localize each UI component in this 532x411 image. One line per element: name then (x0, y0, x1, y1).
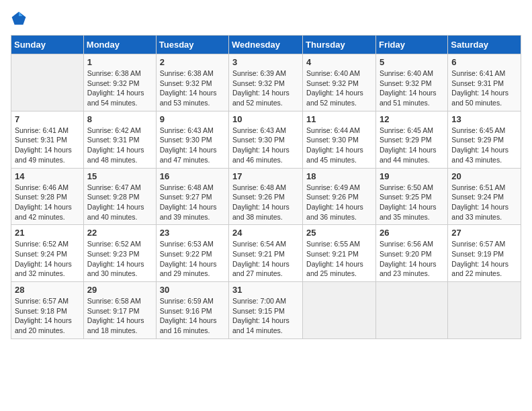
day-info: Sunrise: 6:44 AMSunset: 9:30 PMDaylight:… (306, 126, 372, 165)
day-info: Sunrise: 6:48 AMSunset: 9:26 PMDaylight:… (232, 183, 299, 222)
day-number: 16 (160, 171, 225, 181)
calendar-cell: 22Sunrise: 6:52 AMSunset: 9:23 PMDayligh… (83, 225, 156, 282)
day-number: 14 (15, 171, 80, 181)
day-info: Sunrise: 6:53 AMSunset: 9:22 PMDaylight:… (160, 239, 225, 279)
day-info: Sunrise: 6:52 AMSunset: 9:24 PMDaylight:… (15, 239, 80, 279)
calendar-cell: 24Sunrise: 6:54 AMSunset: 9:21 PMDayligh… (229, 225, 303, 282)
day-number: 29 (87, 285, 152, 295)
day-number: 17 (232, 171, 299, 181)
day-info: Sunrise: 6:51 AMSunset: 9:24 PMDaylight:… (451, 183, 517, 222)
day-info: Sunrise: 6:59 AMSunset: 9:16 PMDaylight:… (160, 296, 225, 336)
day-number: 19 (380, 171, 444, 181)
day-info: Sunrise: 6:41 AMSunset: 9:31 PMDaylight:… (451, 68, 517, 108)
day-info: Sunrise: 6:54 AMSunset: 9:21 PMDaylight:… (232, 239, 299, 279)
day-info: Sunrise: 7:00 AMSunset: 9:15 PMDaylight:… (232, 296, 299, 336)
calendar-cell: 18Sunrise: 6:49 AMSunset: 9:26 PMDayligh… (303, 168, 376, 225)
calendar-cell: 7Sunrise: 6:41 AMSunset: 9:31 PMDaylight… (11, 111, 84, 168)
calendar-week-4: 21Sunrise: 6:52 AMSunset: 9:24 PMDayligh… (11, 225, 521, 282)
day-number: 1 (87, 57, 152, 67)
calendar-week-3: 14Sunrise: 6:46 AMSunset: 9:28 PMDayligh… (11, 168, 521, 225)
day-info: Sunrise: 6:38 AMSunset: 9:32 PMDaylight:… (160, 68, 225, 108)
day-info: Sunrise: 6:43 AMSunset: 9:30 PMDaylight:… (160, 126, 225, 165)
day-info: Sunrise: 6:58 AMSunset: 9:17 PMDaylight:… (87, 296, 152, 336)
day-number: 25 (306, 228, 372, 238)
calendar-header: SundayMondayTuesdayWednesdayThursdayFrid… (11, 36, 521, 54)
day-info: Sunrise: 6:41 AMSunset: 9:31 PMDaylight:… (15, 126, 80, 165)
calendar-cell: 16Sunrise: 6:48 AMSunset: 9:27 PMDayligh… (156, 168, 228, 225)
calendar-cell: 25Sunrise: 6:55 AMSunset: 9:21 PMDayligh… (303, 225, 376, 282)
calendar-week-2: 7Sunrise: 6:41 AMSunset: 9:31 PMDaylight… (11, 111, 521, 168)
svg-marker-1 (19, 12, 23, 16)
day-info: Sunrise: 6:38 AMSunset: 9:32 PMDaylight:… (87, 68, 152, 108)
day-info: Sunrise: 6:47 AMSunset: 9:28 PMDaylight:… (87, 183, 152, 222)
day-info: Sunrise: 6:40 AMSunset: 9:32 PMDaylight:… (306, 68, 372, 108)
calendar-cell: 14Sunrise: 6:46 AMSunset: 9:28 PMDayligh… (11, 168, 84, 225)
day-info: Sunrise: 6:40 AMSunset: 9:32 PMDaylight:… (380, 68, 444, 108)
calendar-cell (11, 54, 84, 111)
calendar-cell: 27Sunrise: 6:57 AMSunset: 9:19 PMDayligh… (448, 225, 521, 282)
day-number: 13 (451, 114, 517, 124)
day-header-wednesday: Wednesday (229, 36, 303, 54)
calendar-cell: 28Sunrise: 6:57 AMSunset: 9:18 PMDayligh… (11, 282, 84, 339)
calendar-cell: 8Sunrise: 6:42 AMSunset: 9:31 PMDaylight… (83, 111, 156, 168)
day-header-saturday: Saturday (448, 36, 521, 54)
day-number: 2 (160, 57, 225, 67)
calendar-cell: 6Sunrise: 6:41 AMSunset: 9:31 PMDaylight… (448, 54, 521, 111)
calendar-cell: 17Sunrise: 6:48 AMSunset: 9:26 PMDayligh… (229, 168, 303, 225)
day-number: 21 (15, 228, 80, 238)
day-number: 4 (306, 57, 372, 67)
day-info: Sunrise: 6:42 AMSunset: 9:31 PMDaylight:… (87, 126, 152, 165)
day-info: Sunrise: 6:55 AMSunset: 9:21 PMDaylight:… (306, 239, 372, 279)
calendar-cell: 5Sunrise: 6:40 AMSunset: 9:32 PMDaylight… (375, 54, 447, 111)
day-header-sunday: Sunday (11, 36, 84, 54)
calendar-cell: 10Sunrise: 6:43 AMSunset: 9:30 PMDayligh… (229, 111, 303, 168)
calendar-cell: 4Sunrise: 6:40 AMSunset: 9:32 PMDaylight… (303, 54, 376, 111)
day-info: Sunrise: 6:57 AMSunset: 9:18 PMDaylight:… (15, 296, 80, 336)
day-number: 5 (380, 57, 444, 67)
calendar-cell: 13Sunrise: 6:45 AMSunset: 9:29 PMDayligh… (448, 111, 521, 168)
day-info: Sunrise: 6:56 AMSunset: 9:20 PMDaylight:… (380, 239, 444, 279)
day-number: 6 (451, 57, 517, 67)
calendar-cell: 15Sunrise: 6:47 AMSunset: 9:28 PMDayligh… (83, 168, 156, 225)
page-header (11, 11, 521, 27)
calendar-cell: 23Sunrise: 6:53 AMSunset: 9:22 PMDayligh… (156, 225, 228, 282)
logo (11, 11, 30, 27)
day-header-tuesday: Tuesday (156, 36, 228, 54)
day-number: 9 (160, 114, 225, 124)
day-number: 15 (87, 171, 152, 181)
day-number: 26 (380, 228, 444, 238)
calendar-cell: 26Sunrise: 6:56 AMSunset: 9:20 PMDayligh… (375, 225, 447, 282)
calendar-cell: 31Sunrise: 7:00 AMSunset: 9:15 PMDayligh… (229, 282, 303, 339)
day-header-friday: Friday (375, 36, 447, 54)
day-info: Sunrise: 6:57 AMSunset: 9:19 PMDaylight:… (451, 239, 517, 279)
calendar-cell: 30Sunrise: 6:59 AMSunset: 9:16 PMDayligh… (156, 282, 228, 339)
calendar-table: SundayMondayTuesdayWednesdayThursdayFrid… (11, 35, 521, 339)
day-number: 30 (160, 285, 225, 295)
calendar-cell: 3Sunrise: 6:39 AMSunset: 9:32 PMDaylight… (229, 54, 303, 111)
day-number: 24 (232, 228, 299, 238)
calendar-week-5: 28Sunrise: 6:57 AMSunset: 9:18 PMDayligh… (11, 282, 521, 339)
day-number: 7 (15, 114, 80, 124)
day-number: 27 (451, 228, 517, 238)
calendar-cell: 29Sunrise: 6:58 AMSunset: 9:17 PMDayligh… (83, 282, 156, 339)
calendar-cell (448, 282, 521, 339)
day-number: 31 (232, 285, 299, 295)
day-number: 22 (87, 228, 152, 238)
calendar-cell: 19Sunrise: 6:50 AMSunset: 9:25 PMDayligh… (375, 168, 447, 225)
day-header-monday: Monday (83, 36, 156, 54)
day-number: 10 (232, 114, 299, 124)
day-number: 12 (380, 114, 444, 124)
day-info: Sunrise: 6:45 AMSunset: 9:29 PMDaylight:… (451, 126, 517, 165)
day-number: 23 (160, 228, 225, 238)
day-number: 18 (306, 171, 372, 181)
day-info: Sunrise: 6:50 AMSunset: 9:25 PMDaylight:… (380, 183, 444, 222)
day-number: 28 (15, 285, 80, 295)
calendar-cell (375, 282, 447, 339)
day-info: Sunrise: 6:43 AMSunset: 9:30 PMDaylight:… (232, 126, 299, 165)
day-info: Sunrise: 6:52 AMSunset: 9:23 PMDaylight:… (87, 239, 152, 279)
day-number: 3 (232, 57, 299, 67)
calendar-cell: 21Sunrise: 6:52 AMSunset: 9:24 PMDayligh… (11, 225, 84, 282)
day-info: Sunrise: 6:49 AMSunset: 9:26 PMDaylight:… (306, 183, 372, 222)
day-number: 20 (451, 171, 517, 181)
day-info: Sunrise: 6:39 AMSunset: 9:32 PMDaylight:… (232, 68, 299, 108)
